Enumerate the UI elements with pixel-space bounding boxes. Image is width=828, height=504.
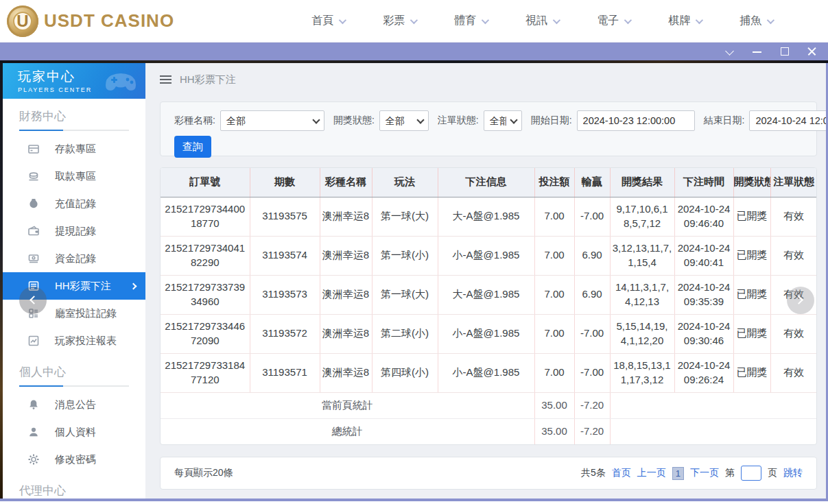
nav-item-live[interactable]: 視訊: [525, 14, 558, 28]
pagination-bar: 每頁顯示20條 共5条 首页 上一页 1 下一页 第 页 跳转: [160, 457, 817, 490]
table-cell: 澳洲幸运8: [320, 353, 372, 392]
table-cell: 已開獎: [733, 275, 770, 314]
nav-item-home[interactable]: 首頁: [311, 14, 344, 28]
table-cell: 第一球(小): [372, 236, 438, 275]
chevron-down-icon: [624, 16, 632, 23]
draw-status-select[interactable]: 全部: [379, 110, 429, 131]
table-cell: 已開獎: [733, 236, 770, 275]
table-cell: 2024-10-24 09:40:41: [674, 236, 733, 275]
nav-label: 捕魚: [740, 14, 761, 28]
table-cell: 2024-10-24 09:26:24: [674, 353, 733, 392]
table-cell: 18,8,15,13,11,17,3,12: [610, 353, 674, 392]
sidebar-item-withdrawal-record[interactable]: 提現記錄: [3, 217, 145, 245]
table-row: 215217297340418229031193574澳洲幸运8第一球(小)小-…: [161, 236, 817, 275]
hamburger-menu-icon[interactable]: [160, 75, 171, 84]
summary-empty: [610, 418, 817, 444]
table-cell: 小-A盤@1.985: [438, 353, 534, 392]
table-row: 215217297331847712031193571澳洲幸运8第四球(小)小-…: [161, 353, 817, 392]
column-header: 開獎結果: [610, 168, 674, 197]
nav-item-slots[interactable]: 電子: [597, 14, 630, 28]
current-page-badge[interactable]: 1: [672, 467, 684, 480]
nav-item-sports[interactable]: 體育: [454, 14, 487, 28]
section-divider: [19, 130, 129, 131]
window-chevron-down-icon[interactable]: [725, 47, 735, 56]
window-close-icon[interactable]: [807, 47, 817, 56]
section-title-finance: 財務中心: [3, 99, 145, 124]
table-cell: 2024-10-24 09:35:39: [674, 275, 733, 314]
table-cell: 第一球(大): [372, 197, 438, 236]
sidebar-item-label: 充值記錄: [55, 197, 96, 211]
table-cell: 7.00: [534, 236, 574, 275]
table-cell: 第一球(大): [372, 275, 438, 314]
wallet-icon: [27, 225, 40, 237]
sidebar-item-change-password[interactable]: 修改密碼: [3, 446, 145, 473]
section-title-personal: 個人中心: [3, 355, 145, 380]
nav-label: 體育: [454, 14, 476, 28]
sidebar-header: 玩家中心 PLAYERS CENTER: [3, 63, 145, 99]
main-menu: 首頁 彩票 體育 視訊 電子 棋牌 捕魚: [174, 14, 772, 28]
draw-status-select-wrap: 全部: [379, 110, 429, 131]
column-header: 投注額: [534, 168, 574, 197]
banknote-icon: [27, 252, 40, 265]
jump-button[interactable]: 跳转: [783, 467, 803, 479]
brand-logo[interactable]: U USDT CASINO: [7, 5, 174, 37]
sidebar-item-profile[interactable]: 個人資料: [3, 418, 145, 446]
sidebar-item-label: 存款專區: [55, 143, 96, 156]
brand-name: USDT CASINO: [44, 10, 174, 32]
end-date-input[interactable]: [749, 110, 826, 131]
sidebar-item-withdraw[interactable]: 取款專區: [3, 163, 145, 190]
sidebar-collapse-button[interactable]: [19, 287, 47, 314]
nav-label: 棋牌: [668, 14, 690, 28]
chevron-down-icon: [553, 16, 560, 23]
table-cell: 有效: [770, 353, 817, 392]
sidebar-item-recharge-record[interactable]: 充值記錄: [3, 190, 145, 217]
summary-winloss-total: -7.20: [574, 418, 610, 444]
page-size-text: 每頁顯示20條: [174, 467, 233, 479]
nav-label: 彩票: [383, 14, 405, 28]
table-cell: 31193572: [250, 314, 320, 353]
panel-expand-button[interactable]: [787, 287, 814, 314]
table-cell: 澳洲幸运8: [320, 314, 372, 353]
table-cell: 澳洲幸运8: [320, 197, 372, 236]
grand-summary-row: 總統計 35.00 -7.20: [161, 418, 817, 444]
table-cell: 已開獎: [733, 353, 770, 392]
table-row: 215217297337393496031193573澳洲幸运8第一球(大)大-…: [161, 275, 817, 314]
nav-item-cards[interactable]: 棋牌: [668, 14, 701, 28]
end-date-label: 結束日期:: [704, 115, 745, 127]
nav-label: 視訊: [525, 14, 547, 28]
search-button[interactable]: 查詢: [174, 136, 211, 158]
table-cell: 6.90: [574, 275, 610, 314]
table-cell: 第四球(小): [372, 353, 438, 392]
first-page-link[interactable]: 首页: [612, 467, 631, 479]
total-count-text: 共5条: [581, 467, 606, 479]
bell-icon: [27, 398, 40, 411]
table-cell: 2152172973404182290: [161, 236, 250, 275]
table-cell: 5,15,14,19,4,1,12,20: [610, 314, 674, 353]
table-cell: 2152172973440018770: [161, 197, 250, 236]
table-cell: 7.00: [534, 314, 574, 353]
sidebar-item-player-bet-report[interactable]: 玩家投注報表: [3, 327, 145, 355]
order-status-select[interactable]: 全部: [484, 110, 522, 131]
sidebar: 玩家中心 PLAYERS CENTER 財務中心 存款專區 取款專區: [3, 63, 145, 499]
next-page-link[interactable]: 下一页: [690, 467, 719, 479]
jump-page-input[interactable]: [741, 466, 761, 481]
table-cell: -7.00: [574, 353, 610, 392]
sidebar-item-funds-record[interactable]: 資金記錄: [3, 245, 145, 272]
filter-panel: 彩種名稱: 全部 開獎狀態: 全部 注單狀態: 全部 開始日期: 結束日期:: [160, 101, 817, 156]
table-cell: 31193574: [250, 236, 320, 275]
section-divider: [19, 385, 129, 387]
nav-item-fishing[interactable]: 捕魚: [740, 14, 772, 28]
lottery-name-select[interactable]: 全部: [220, 110, 324, 131]
start-date-input[interactable]: [577, 110, 695, 131]
order-status-select-wrap: 全部: [484, 110, 522, 131]
sidebar-item-deposit[interactable]: 存款專區: [3, 135, 145, 163]
window-minimize-icon[interactable]: [753, 47, 762, 56]
nav-item-lottery[interactable]: 彩票: [383, 14, 416, 28]
window-maximize-icon[interactable]: [780, 47, 790, 56]
column-header: 注單狀態: [770, 168, 817, 197]
sidebar-item-announcements[interactable]: 消息公告: [3, 391, 145, 418]
chevron-down-icon: [339, 16, 346, 23]
prev-page-link[interactable]: 上一页: [637, 467, 666, 479]
table-cell: 澳洲幸运8: [320, 236, 372, 275]
section-title-agent: 代理中心: [3, 473, 145, 499]
